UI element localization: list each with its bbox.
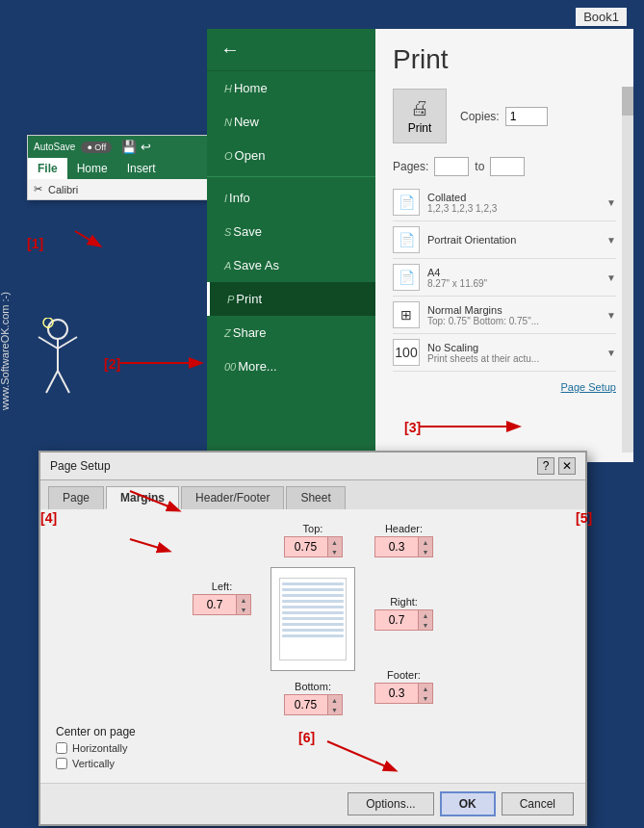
right-input-wrap: ▲ ▼ (374, 609, 433, 631)
arrow-4-5 (53, 481, 342, 597)
menu-item-info[interactable]: I Info (207, 181, 375, 215)
print-panel-title: Print (393, 44, 616, 75)
center-horizontally-label: Horizontally (72, 742, 127, 754)
dialog-titlebar: Page Setup ? ✕ (40, 453, 585, 480)
scaling-text: No Scaling Print sheets at their actu... (427, 342, 599, 364)
arrow-1 (27, 221, 104, 260)
page-setup-link[interactable]: Page Setup (561, 381, 617, 393)
arrow-2 (116, 349, 212, 377)
orientation-icon: 📄 (393, 226, 420, 253)
footer-input-wrap: ▲ ▼ (374, 683, 433, 704)
header-down[interactable]: ▼ (419, 547, 432, 556)
tab-file[interactable]: File (28, 158, 67, 179)
undo-icon[interactable]: ↩ (141, 140, 151, 154)
options-button[interactable]: Options... (348, 792, 433, 815)
svg-point-6 (48, 320, 67, 339)
file-menu-back-button[interactable]: ← (207, 29, 375, 71)
tab-home[interactable]: Home (67, 158, 117, 179)
font-label: Calibri (48, 184, 78, 195)
right-down[interactable]: ▼ (419, 620, 432, 630)
paper-arrow: ▼ (606, 272, 616, 283)
file-menu: ← H Home N New O Open I Info S Save A Sa… (207, 29, 375, 462)
center-vertically-checkbox[interactable] (56, 758, 67, 769)
margins-icon: ⊞ (393, 301, 420, 328)
bottom-spinner: ▲ ▼ (327, 695, 342, 714)
margins-text: Normal Margins Top: 0.75" Bottom: 0.75".… (427, 304, 599, 326)
print-button[interactable]: 🖨 Print (393, 89, 447, 143)
print-option-margins[interactable]: ⊞ Normal Margins Top: 0.75" Bottom: 0.75… (393, 297, 616, 334)
bottom-input[interactable] (285, 696, 327, 713)
bottom-up[interactable]: ▲ (328, 695, 342, 705)
dialog-help-button[interactable]: ? (537, 457, 554, 475)
key-n: N (224, 116, 232, 128)
menu-item-open[interactable]: O Open (207, 139, 375, 172)
dialog-controls: ? ✕ (537, 457, 576, 475)
header-margin-field: Header: ▲ ▼ (374, 523, 433, 557)
margins-right-col: Header: ▲ ▼ Right: ▲ (374, 523, 433, 704)
save-icon[interactable]: 💾 (121, 140, 137, 154)
cancel-button[interactable]: Cancel (502, 792, 574, 815)
autosave-toggle[interactable]: ● Off (81, 142, 112, 153)
right-input[interactable] (375, 611, 418, 629)
menu-divider-1 (207, 176, 375, 177)
copies-label: Copies: (460, 110, 500, 123)
svg-line-0 (75, 231, 99, 246)
print-option-paper[interactable]: 📄 A4 8.27" x 11.69" ▼ (393, 259, 616, 297)
key-z: Z (224, 327, 231, 339)
collated-icon: 📄 (393, 189, 420, 216)
menu-print-label: Print (236, 292, 262, 306)
tab-insert[interactable]: Insert (117, 158, 166, 179)
dialog-close-button[interactable]: ✕ (558, 457, 576, 475)
pages-from-input[interactable] (434, 157, 469, 176)
stick-figure (29, 318, 87, 404)
key-a: A (224, 260, 231, 272)
print-option-scaling[interactable]: 100 No Scaling Print sheets at their act… (393, 334, 616, 372)
copies-area: Copies: (460, 107, 548, 126)
header-input[interactable] (375, 538, 418, 556)
scaling-arrow: ▼ (606, 348, 616, 358)
dialog-title: Page Setup (50, 459, 111, 473)
print-option-orientation[interactable]: 📄 Portrait Orientation ▼ (393, 221, 616, 259)
annotation-5: [5] (576, 510, 592, 526)
menu-item-share[interactable]: Z Share (207, 316, 375, 349)
header-up[interactable]: ▲ (419, 537, 432, 547)
print-scrollbar[interactable] (622, 87, 633, 453)
bottom-margin-field: Bottom: ▲ ▼ (284, 681, 343, 715)
svg-line-5 (327, 741, 395, 770)
key-s: S (224, 226, 231, 238)
footer-down[interactable]: ▼ (419, 693, 432, 703)
menu-item-home[interactable]: H Home (207, 71, 375, 105)
menu-item-more[interactable]: 00 More... (207, 349, 375, 383)
pages-to-input[interactable] (490, 157, 525, 176)
key-h: H (224, 83, 232, 94)
menu-item-print[interactable]: P Print (207, 282, 375, 316)
ok-button[interactable]: OK (440, 791, 496, 816)
footer-up[interactable]: ▲ (419, 684, 432, 693)
menu-info-label: Info (229, 191, 250, 205)
arrow-3 (414, 412, 529, 441)
menu-item-save-as[interactable]: A Save As (207, 248, 375, 282)
ribbon-content: ✂ Calibri (28, 179, 228, 199)
print-option-collated[interactable]: 📄 Collated 1,2,3 1,2,3 1,2,3 ▼ (393, 184, 616, 221)
printer-icon: 🖨 (410, 97, 429, 119)
right-up[interactable]: ▲ (419, 610, 432, 620)
menu-item-new[interactable]: N New (207, 105, 375, 139)
bottom-input-wrap: ▲ ▼ (284, 694, 343, 715)
copies-input[interactable] (505, 107, 548, 126)
center-horizontally-checkbox[interactable] (56, 742, 67, 754)
menu-item-save[interactable]: S Save (207, 215, 375, 248)
center-on-page-label: Center on page (56, 725, 136, 738)
ribbon-icons: 💾 ↩ (121, 140, 151, 154)
left-input-wrap: ▲ ▼ (193, 594, 251, 615)
print-button-area: 🖨 Print Copies: (393, 89, 616, 143)
collated-arrow: ▼ (606, 197, 616, 208)
pages-row: Pages: to (393, 157, 616, 176)
back-icon: ← (220, 39, 240, 61)
svg-line-3 (130, 491, 178, 510)
svg-line-4 (130, 539, 168, 551)
left-down[interactable]: ▼ (237, 605, 250, 614)
left-input[interactable] (193, 596, 236, 613)
autosave-label: AutoSave (34, 142, 75, 152)
footer-input[interactable] (375, 685, 418, 702)
bottom-down[interactable]: ▼ (328, 705, 342, 714)
